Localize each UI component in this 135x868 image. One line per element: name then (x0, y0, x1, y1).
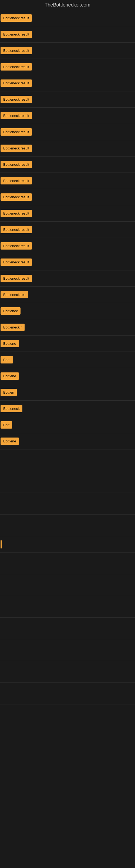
bottleneck-badge-7: Bottleneck result (1, 112, 32, 119)
bottleneck-badge-18: Bottleneck res (1, 291, 28, 299)
bottleneck-badge-1: Bottleneck result (1, 14, 32, 22)
empty-section-8 (0, 618, 135, 639)
items-container: Bottleneck result Bottleneck result Bott… (0, 10, 135, 705)
bottleneck-badge-25: Bottleneck (1, 405, 22, 412)
row-9: Bottleneck result (0, 140, 135, 156)
bottleneck-badge-23: Bottlene (1, 372, 19, 380)
tiny-indicator-row (0, 536, 135, 553)
empty-section-3 (0, 493, 135, 515)
row-4: Bottleneck result (0, 59, 135, 75)
bottleneck-badge-6: Bottleneck result (1, 96, 32, 103)
empty-section-6 (0, 574, 135, 596)
row-27: Bottlene (0, 433, 135, 450)
bottleneck-badge-19: Bottlenec (1, 307, 20, 315)
bottleneck-badge-3: Bottleneck result (1, 47, 32, 54)
row-2: Bottleneck result (0, 26, 135, 42)
bottleneck-badge-8: Bottleneck result (1, 128, 32, 135)
bottleneck-badge-27: Bottlene (1, 437, 19, 445)
row-11: Bottleneck result (0, 173, 135, 189)
row-1: Bottleneck result (0, 10, 135, 26)
empty-section-1 (0, 450, 135, 471)
row-19: Bottlenec (0, 303, 135, 319)
row-23: Bottlene (0, 368, 135, 384)
row-7: Bottleneck result (0, 108, 135, 124)
empty-section-4 (0, 515, 135, 536)
row-6: Bottleneck result (0, 91, 135, 108)
bottleneck-badge-12: Bottleneck result (1, 193, 32, 201)
bottleneck-badge-2: Bottleneck result (1, 31, 32, 38)
row-12: Bottleneck result (0, 189, 135, 205)
bottleneck-badge-9: Bottleneck result (1, 145, 32, 152)
row-10: Bottleneck result (0, 156, 135, 173)
bottleneck-badge-4: Bottleneck result (1, 63, 32, 70)
bottleneck-badge-20: Bottleneck r (1, 323, 25, 331)
empty-section-9 (0, 639, 135, 661)
row-22: Bottl (0, 352, 135, 368)
row-14: Bottleneck result (0, 222, 135, 238)
row-5: Bottleneck result (0, 75, 135, 91)
page-wrapper: TheBottlenecker.com Bottleneck result Bo… (0, 0, 135, 705)
bottleneck-badge-16: Bottleneck result (1, 258, 32, 266)
bottleneck-badge-15: Bottleneck result (1, 242, 32, 250)
empty-section-2 (0, 471, 135, 493)
row-3: Bottleneck result (0, 42, 135, 59)
bottleneck-badge-22: Bottl (1, 356, 13, 364)
bottleneck-badge-21: Bottlene (1, 340, 19, 347)
bottleneck-badge-10: Bottleneck result (1, 161, 32, 168)
empty-section-11 (0, 683, 135, 705)
bottleneck-badge-24: Bottlen (1, 389, 17, 396)
empty-section-10 (0, 661, 135, 683)
row-21: Bottlene (0, 336, 135, 352)
bottleneck-badge-14: Bottleneck result (1, 226, 32, 233)
row-15: Bottleneck result (0, 238, 135, 254)
bottleneck-badge-13: Bottleneck result (1, 210, 32, 217)
row-17: Bottleneck result (0, 271, 135, 287)
row-26: Bott (0, 417, 135, 433)
empty-section-7 (0, 596, 135, 618)
tiny-indicator (1, 540, 2, 549)
row-13: Bottleneck result (0, 205, 135, 222)
row-20: Bottleneck r (0, 319, 135, 336)
bottleneck-badge-17: Bottleneck result (1, 275, 32, 282)
bottleneck-badge-11: Bottleneck result (1, 177, 32, 184)
bottleneck-badge-5: Bottleneck result (1, 80, 32, 87)
row-16: Bottleneck result (0, 254, 135, 271)
row-25: Bottleneck (0, 401, 135, 417)
site-title: TheBottlenecker.com (0, 0, 135, 10)
row-24: Bottlen (0, 384, 135, 401)
row-8: Bottleneck result (0, 124, 135, 140)
empty-section-5 (0, 553, 135, 574)
bottleneck-badge-26: Bott (1, 421, 12, 429)
row-18: Bottleneck res (0, 287, 135, 303)
